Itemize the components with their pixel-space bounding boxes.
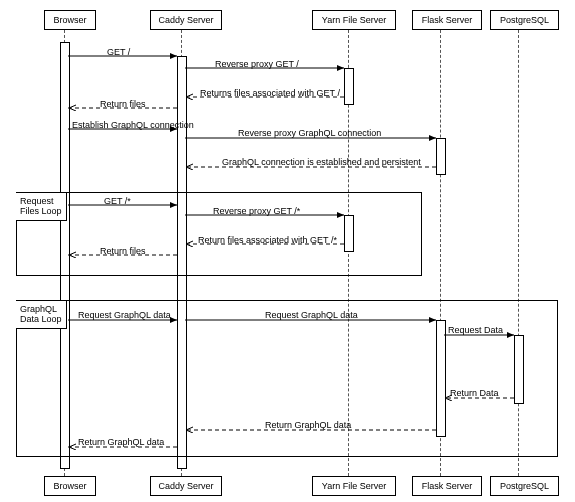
msg-revproxy-get-star: Reverse proxy GET /*	[213, 206, 300, 216]
participant-yarn-bottom: Yarn File Server	[312, 476, 396, 496]
participant-flask-bottom: Flask Server	[412, 476, 482, 496]
activation-yarn-1	[344, 68, 354, 105]
participant-caddy: Caddy Server	[150, 10, 222, 30]
frame-label-request-files-loop: Request Files Loop	[16, 193, 67, 221]
msg-get-root: GET /	[107, 47, 130, 57]
frame-graphql-data-loop	[16, 300, 558, 457]
participant-browser: Browser	[44, 10, 96, 30]
msg-returns-files-root: Returns files associated with GET /	[200, 88, 340, 98]
frame-label-graphql-data-loop: GraphQL Data Loop	[16, 301, 67, 329]
msg-revproxy-graphql: Reverse proxy GraphQL connection	[238, 128, 381, 138]
msg-request-data: Request Data	[448, 325, 503, 335]
msg-req-graphql-1: Request GraphQL data	[78, 310, 171, 320]
msg-return-data: Return Data	[450, 388, 499, 398]
participant-browser-bottom: Browser	[44, 476, 96, 496]
msg-get-star: GET /*	[104, 196, 131, 206]
frame-request-files-loop	[16, 192, 422, 276]
msg-return-graphql-2: Return GraphQL data	[78, 437, 164, 447]
msg-return-files-2: Return files	[100, 246, 146, 256]
msg-req-graphql-2: Request GraphQL data	[265, 310, 358, 320]
msg-return-files-star: Return files associated with GET /*	[198, 235, 337, 245]
participant-caddy-bottom: Caddy Server	[150, 476, 222, 496]
msg-return-graphql-1: Return GraphQL data	[265, 420, 351, 430]
participant-postgresql: PostgreSQL	[490, 10, 559, 30]
participant-yarn: Yarn File Server	[312, 10, 396, 30]
msg-return-files-1: Return files	[100, 99, 146, 109]
msg-graphql-established: GraphQL connection is established and pe…	[222, 157, 421, 167]
msg-establish-graphql: Establish GraphQL connection	[72, 120, 194, 130]
participant-flask: Flask Server	[412, 10, 482, 30]
activation-flask-1	[436, 138, 446, 175]
participant-postgresql-bottom: PostgreSQL	[490, 476, 559, 496]
msg-revproxy-get-root: Reverse proxy GET /	[215, 59, 299, 69]
